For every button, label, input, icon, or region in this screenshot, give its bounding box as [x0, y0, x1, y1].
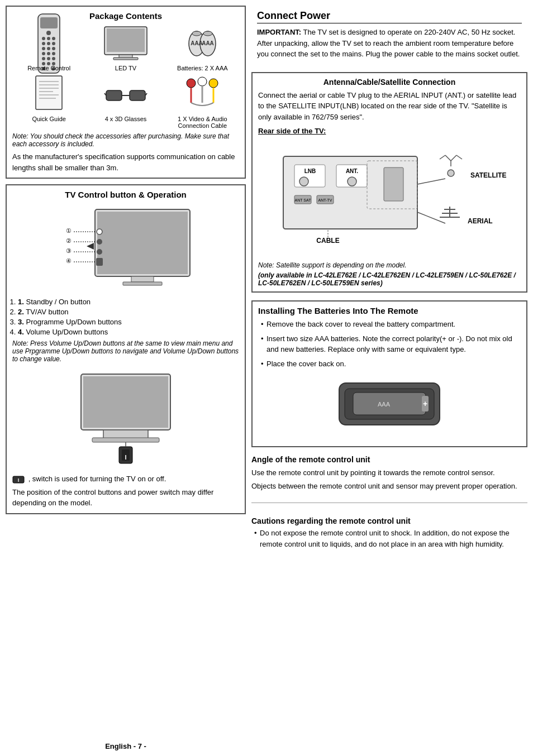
svg-rect-41 [130, 90, 145, 101]
tv-bottom-diagram: I [12, 369, 239, 469]
tv-control-title: TV Control button & Operation [12, 190, 239, 199]
svg-point-16 [47, 57, 50, 60]
svg-point-15 [42, 57, 45, 60]
package-note: Note: You should check the accessories a… [12, 132, 239, 148]
svg-point-12 [42, 52, 45, 55]
svg-point-8 [52, 42, 55, 45]
svg-point-6 [42, 42, 45, 45]
svg-text:AAA: AAA [202, 40, 214, 46]
svg-point-2 [46, 31, 51, 35]
svg-point-46 [198, 77, 207, 86]
package-grid: Remote Control LED TV [12, 24, 239, 129]
svg-text:④: ④ [66, 257, 72, 264]
antenna-svg: LNB ANT. ANT SAT ANT-TV [272, 140, 507, 257]
package-item-batteries: AAA AAA Batteries: 2 X AAA [166, 24, 239, 71]
svg-text:②: ② [66, 237, 72, 244]
installing-section: Installing The Batteries Into The Remote… [251, 300, 527, 447]
angle-body2: Objects between the remote control unit … [251, 481, 527, 492]
package-item-tv: LED TV [89, 24, 162, 71]
svg-line-97 [456, 155, 462, 159]
battery-diagram: + AAA [258, 375, 521, 436]
svg-text:LNB: LNB [304, 168, 316, 174]
batteries-label: Batteries: 2 X AAA [177, 65, 228, 71]
antenna-title: Antenna/Cable/Satellite Connection [258, 78, 521, 87]
remote-image [27, 24, 72, 63]
installing-title: Installing The Batteries Into The Remote [258, 306, 521, 315]
tv-control-section: TV Control button & Operation ① [6, 184, 246, 514]
glasses-label: 4 x 3D Glasses [105, 116, 147, 122]
list-item-4: 4. Volume Up/Down buttons [18, 328, 239, 336]
list-item-1: 1. Standby / On button [18, 298, 239, 306]
page-footer: English - 7 - [6, 736, 246, 750]
guide-image [27, 75, 72, 114]
installing-bullet-2: Insert two size AAA batteries. Note the … [261, 333, 521, 355]
remote-label: Remote Control [27, 65, 70, 71]
svg-point-60 [97, 239, 102, 245]
batteries-icon: AAA AAA [184, 26, 221, 62]
svg-point-45 [187, 79, 196, 88]
svg-point-63 [97, 249, 102, 255]
antenna-diagram: LNB ANT. ANT SAT ANT-TV [258, 140, 521, 257]
angle-section: Angle of the remote control unit Use the… [251, 453, 527, 494]
svg-point-13 [47, 52, 50, 55]
tv-side-diagram: ① ② ③ ④ [12, 204, 239, 293]
svg-text:I: I [18, 477, 20, 483]
svg-text:SATELLITE: SATELLITE [470, 171, 506, 179]
tv-control-list: 1. Standby / On button 2. TV/AV button 3… [18, 298, 239, 336]
divider [251, 503, 527, 503]
svg-rect-53 [131, 276, 154, 282]
svg-text:AAA: AAA [191, 40, 203, 46]
svg-point-4 [47, 37, 50, 40]
package-item-cable: 1 X Video & Audio Connection Cable [166, 75, 239, 129]
angle-body1: Use the remote control unit by pointing … [251, 467, 527, 479]
battery-svg: + AAA [328, 375, 451, 436]
svg-rect-70 [103, 430, 148, 438]
svg-text:①: ① [66, 227, 72, 234]
svg-line-96 [451, 155, 456, 161]
svg-point-9 [42, 47, 45, 50]
connect-power-title: Connect Power [257, 10, 522, 23]
svg-rect-1 [40, 17, 58, 28]
cautions-list: Do not expose the remote control unit to… [254, 528, 527, 549]
svg-point-81 [299, 177, 308, 186]
tv-image [103, 24, 148, 63]
batteries-image: AAA AAA [180, 24, 225, 63]
svg-point-30 [203, 31, 212, 36]
svg-rect-26 [113, 58, 138, 60]
rear-side-label: Rear side of the TV: [258, 127, 521, 135]
package-item-remote: Remote Control [12, 24, 85, 71]
list-item-2: 2. TV/AV button [18, 308, 239, 316]
glasses-image [103, 75, 148, 114]
satellite-note2: (only available in LC-42LE762E / LC-42LE… [258, 271, 521, 287]
svg-rect-71 [92, 438, 159, 442]
switch-icon: I [12, 476, 25, 484]
svg-text:AERIAL: AERIAL [468, 217, 493, 225]
svg-text:③: ③ [66, 247, 72, 254]
antenna-body: Connect the aerial or cable TV plug to t… [258, 90, 521, 123]
svg-point-14 [52, 52, 55, 55]
svg-rect-33 [36, 76, 62, 109]
svg-text:ANT.: ANT. [346, 168, 358, 174]
installing-list: Remove the back cover to reveal the batt… [261, 319, 521, 369]
installing-bullet-3: Place the cover back on. [261, 358, 521, 370]
satellite-note1: Note: Satellite support is depending on … [258, 261, 521, 269]
tv-control-note: Note: Press Volume Up/Down buttons at th… [12, 339, 239, 363]
svg-rect-54 [123, 282, 162, 285]
connect-power-body: IMPORTANT: The TV set is designed to ope… [257, 27, 522, 60]
tv-icon [103, 26, 148, 62]
cautions-bullet-1: Do not expose the remote control unit to… [254, 528, 527, 549]
guide-icon [34, 75, 64, 114]
svg-point-5 [52, 37, 55, 40]
svg-point-92 [448, 170, 454, 176]
svg-point-7 [47, 42, 50, 45]
connect-power-section: Connect Power IMPORTANT: The TV set is d… [251, 6, 527, 64]
svg-text:ANT SAT: ANT SAT [295, 198, 312, 202]
cautions-title: Cautions regarding the remote control un… [251, 516, 527, 525]
svg-line-95 [440, 155, 445, 159]
cable-label: 1 X Video & Audio Connection Cable [166, 116, 239, 129]
svg-marker-67 [87, 243, 94, 250]
switch-note: I , switch is used for turning the TV on… [12, 475, 239, 484]
svg-point-3 [42, 37, 45, 40]
package-item-guide: Quick Guide [12, 75, 85, 129]
svg-text:CABLE: CABLE [316, 237, 339, 245]
